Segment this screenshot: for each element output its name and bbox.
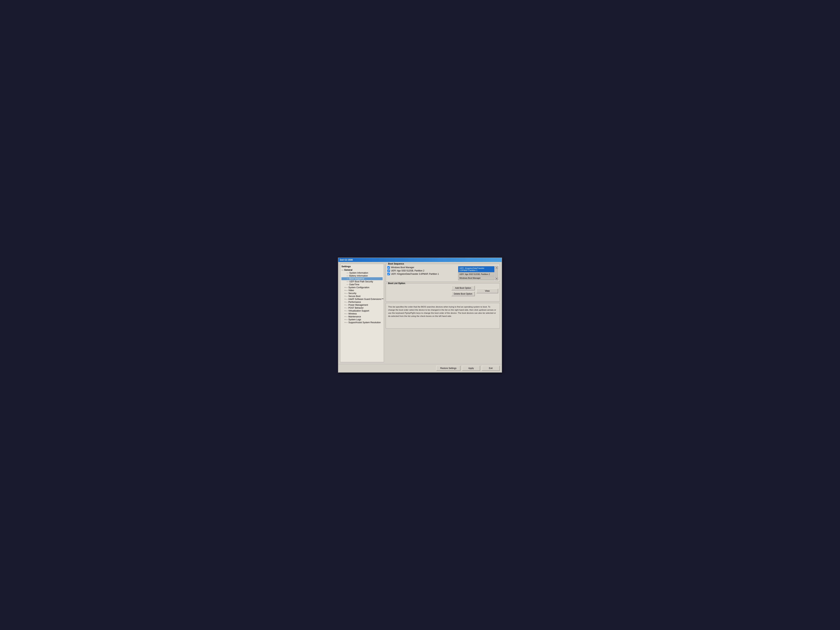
view-button[interactable]: View — [476, 289, 498, 293]
apply-button[interactable]: Apply — [462, 366, 480, 371]
boot-list: Windows Boot ManagerUEFI: tigo SSD 512GB… — [387, 266, 456, 280]
order-scrollbar: ▲ ▼ — [495, 266, 498, 280]
boot-label-uefi-kingston: UEFI: KingstonDataTraveler 3.0PMAP, Part… — [391, 273, 439, 275]
boot-option-buttons: Add Boot Option Delete Boot Option — [452, 286, 475, 296]
sidebar-item-video[interactable]: +— Video — [341, 289, 383, 292]
boot-list-option-inner: Add Boot Option Delete Boot Option View — [387, 286, 498, 296]
sidebar-item-system-config[interactable]: +— System Configuration — [341, 286, 383, 289]
sidebar: Settings — General— System Information— … — [340, 264, 384, 362]
order-item-order-kingston[interactable]: UEFI: KingstonDataTraveler 3.0PMAP Parti… — [458, 266, 494, 272]
sidebar-item-battery-information[interactable]: — Battery Information — [341, 274, 383, 277]
window-title: Dell G3 3590 — [340, 259, 353, 261]
sidebar-item-virtualization[interactable]: +— Virtualization Support — [341, 309, 383, 312]
order-panel: UEFI: KingstonDataTraveler 3.0PMAP Parti… — [458, 266, 494, 280]
sidebar-item-system-logs[interactable]: +— System Logs — [341, 318, 383, 321]
boot-checkbox-uefi-kingston[interactable] — [387, 273, 390, 275]
exit-button[interactable]: Exit — [482, 366, 500, 371]
restore-settings-button[interactable]: Restore Settings — [436, 366, 461, 371]
right-panel: Boot Sequence Windows Boot ManagerUEFI: … — [386, 264, 500, 362]
sidebar-item-secure-boot[interactable]: +— Secure Boot — [341, 295, 383, 298]
boot-list-option-group: Boot List Option Add Boot Option Delete … — [386, 283, 500, 302]
order-panel-container: UEFI: KingstonDataTraveler 3.0PMAP Parti… — [458, 266, 498, 280]
add-boot-option-button[interactable]: Add Boot Option — [452, 286, 475, 291]
sidebar-item-power-management[interactable]: +— Power Management — [341, 303, 383, 306]
boot-label-windows-boot: Windows Boot Manager — [391, 266, 414, 269]
boot-list-option-label: Boot List Option — [387, 282, 406, 284]
sidebar-items-container: — General— System Information— Battery I… — [341, 268, 383, 324]
bios-window: Dell G3 3590 Settings — General— System … — [338, 257, 502, 373]
sidebar-item-datetime[interactable]: — Date/Time — [341, 283, 383, 286]
title-bar: Dell G3 3590 — [338, 258, 502, 262]
sidebar-item-maintenance[interactable]: +— Maintenance — [341, 315, 383, 318]
sidebar-item-security[interactable]: +— Security — [341, 292, 383, 295]
sidebar-item-performance[interactable]: +— Performance — [341, 301, 383, 303]
boot-item-uefi-kingston: UEFI: KingstonDataTraveler 3.0PMAP, Part… — [387, 273, 456, 275]
sidebar-title: Settings — [341, 265, 383, 268]
bottom-bar: Restore Settings Apply Exit — [338, 364, 502, 372]
order-item-order-windows[interactable]: Windows Boot Manager — [458, 276, 494, 280]
sidebar-item-intel-sge[interactable]: +— Intel® Software Guard Extensions™ — [341, 298, 383, 301]
order-item-order-tigo[interactable]: UEFI: tigo SSD 512GB, Partition 2 — [458, 272, 494, 276]
scroll-up-button[interactable]: ▲ — [496, 266, 498, 269]
boot-item-windows-boot: Windows Boot Manager — [387, 266, 456, 269]
main-content: Settings — General— System Information— … — [338, 262, 502, 364]
description-text: This list specifies the order that the B… — [388, 306, 496, 317]
boot-item-uefi-tigo: UEFI: tigo SSD 512GB, Partition 2 — [387, 269, 456, 272]
boot-checkbox-windows-boot[interactable] — [387, 266, 390, 269]
sidebar-item-wireless[interactable]: +— Wireless — [341, 312, 383, 315]
boot-sequence-label: Boot Sequence — [387, 262, 405, 265]
sidebar-item-post-behavior[interactable]: +— POST Behavior — [341, 306, 383, 309]
sidebar-item-system-information[interactable]: — System Information — [341, 272, 383, 274]
sidebar-item-supportassist[interactable]: +— SupportAssist System Resolution — [341, 321, 383, 324]
boot-sequence-inner: Windows Boot ManagerUEFI: tigo SSD 512GB… — [387, 266, 498, 280]
boot-checkbox-uefi-tigo[interactable] — [387, 269, 390, 272]
boot-sequence-group: Boot Sequence Windows Boot ManagerUEFI: … — [386, 264, 500, 282]
scroll-down-button[interactable]: ▼ — [496, 278, 498, 280]
sidebar-item-uefi-boot-path[interactable]: — UEFI Boot Path Security — [341, 280, 383, 283]
description-box: This list specifies the order that the B… — [386, 303, 500, 328]
sidebar-item-boot-sequence[interactable]: — Boot Sequence — [341, 277, 383, 280]
boot-label-uefi-tigo: UEFI: tigo SSD 512GB, Partition 2 — [391, 269, 425, 272]
sidebar-item-general[interactable]: — General — [341, 268, 383, 272]
delete-boot-option-button[interactable]: Delete Boot Option — [452, 292, 475, 296]
